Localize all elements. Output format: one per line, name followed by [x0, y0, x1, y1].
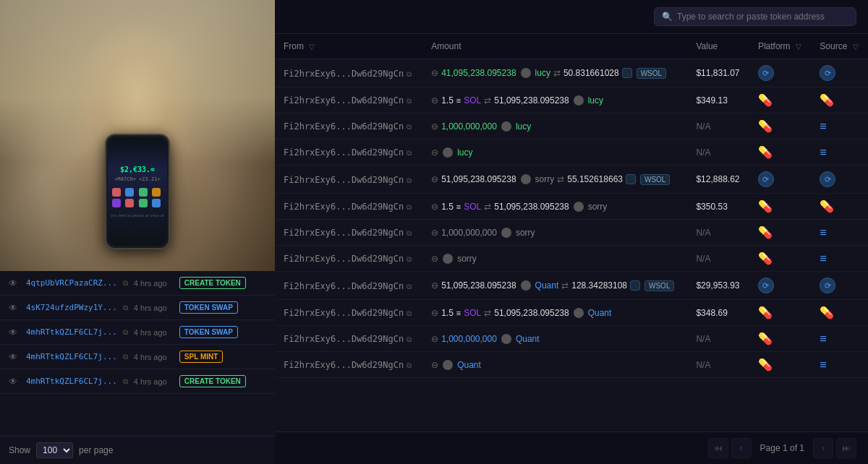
tx-badge-4: SPL MINT	[179, 351, 223, 363]
copy-addr-icon[interactable]: ⧉	[407, 255, 412, 263]
amount-cell: ⊖ 51,095,238.095238 Quant ⇄ 128.34283108…	[431, 280, 678, 291]
tx-badge-2: TOKEN SWAP	[179, 301, 238, 314]
search-bar: 🔍	[275, 0, 868, 34]
copy-addr-icon[interactable]: ⧉	[407, 203, 412, 211]
swap-arrow-icon: ⇄	[484, 308, 491, 318]
tx-row-5[interactable]: 👁 4mhRTtkQZLF6CL7j... ⧉ 4 hrs ago CREATE…	[0, 369, 275, 394]
per-page-select[interactable]: 100 50 25	[36, 442, 73, 458]
eye-icon-5[interactable]: 👁	[9, 377, 20, 387]
from-addr[interactable]: Fi2hrxExy6...Dw6d29NgCn	[284, 121, 404, 132]
from-addr[interactable]: Fi2hrxExy6...Dw6d29NgCn	[284, 308, 404, 318]
value-cell: $350.53	[687, 194, 749, 220]
tx-hash-2[interactable]: 4sK724ufzdPWzy1Y...	[26, 303, 117, 312]
filter-from-icon[interactable]: ▽	[309, 43, 315, 51]
first-page-button[interactable]: ⏮	[708, 438, 728, 458]
platform-capsule-icon: 💊	[758, 332, 773, 345]
copy-addr-icon[interactable]: ⧉	[407, 176, 412, 184]
copy-addr-icon[interactable]: ⧉	[407, 97, 412, 105]
prev-page-button[interactable]: ‹	[731, 438, 752, 458]
platform-capsule-icon: 💊	[758, 146, 773, 158]
last-page-button[interactable]: ⏭	[836, 438, 856, 458]
copy-icon-1[interactable]: ⧉	[123, 279, 128, 288]
copy-icon-2[interactable]: ⧉	[123, 304, 128, 312]
value-cell: $349.13	[687, 87, 749, 113]
source-stack-icon: ≡	[820, 226, 826, 239]
col-value: Value	[687, 34, 749, 59]
right-panel: 🔍 From ▽ Amount Value	[275, 0, 868, 464]
from-addr[interactable]: Fi2hrxExy6...Dw6d29NgCn	[284, 95, 404, 106]
col-source: Source ▽	[811, 34, 868, 59]
value-cell: $348.69	[687, 300, 749, 326]
token-icon	[574, 308, 584, 318]
eye-icon-2[interactable]: 👁	[9, 303, 20, 313]
copy-addr-icon[interactable]: ⧉	[407, 229, 412, 237]
na-cell: N/A	[687, 246, 749, 272]
eye-icon-4[interactable]: 👁	[9, 352, 20, 362]
from-addr[interactable]: Fi2hrxExy6...Dw6d29NgCn	[284, 202, 404, 212]
from-addr[interactable]: Fi2hrxExy6...Dw6d29NgCn	[284, 360, 404, 370]
copy-icon-5[interactable]: ⧉	[123, 377, 128, 386]
tx-badge-3: TOKEN SWAP	[179, 326, 238, 338]
transaction-list: 👁 4qtpUbVRCPazaCRZ... ⧉ 4 hrs ago CREATE…	[0, 271, 275, 436]
copy-icon-3[interactable]: ⧉	[123, 328, 128, 337]
amount-cell: ⊖ 1,000,000,000 lucy	[431, 121, 678, 132]
col-platform: Platform ▽	[749, 34, 811, 59]
phone-bottom-text: you feel at peace at once at	[111, 213, 164, 218]
wsol-badge: WSOL	[644, 280, 674, 291]
platform-capsule-icon: 💊	[758, 120, 773, 132]
phone-mockup: $2,€33.= +MATCH+ +23.21+ you feel at pea…	[105, 134, 170, 249]
from-addr[interactable]: Fi2hrxExy6...Dw6d29NgCn	[284, 254, 404, 264]
token-icon	[521, 280, 531, 291]
tx-hash-3[interactable]: 4mhRTtkQZLF6CL7j...	[26, 327, 117, 337]
value-cell: $29,953.93	[687, 272, 749, 300]
from-addr[interactable]: Fi2hrxExy6...Dw6d29NgCn	[284, 281, 404, 291]
copy-addr-icon[interactable]: ⧉	[407, 335, 412, 343]
swap-arrow-icon: ⇄	[561, 280, 569, 291]
source-stack-icon: ≡	[820, 146, 826, 158]
tx-hash-5[interactable]: 4mhRTtkQZLF6CL7j...	[26, 377, 117, 386]
next-page-button[interactable]: ›	[813, 438, 833, 458]
tx-row-2[interactable]: 👁 4sK724ufzdPWzy1Y... ⧉ 4 hrs ago TOKEN …	[0, 296, 275, 320]
amount-cell: ⊖ 1.5 ≡ SOL ⇄ 51,095,238.095238 lucy	[431, 95, 678, 106]
token-icon	[443, 360, 453, 370]
filter-platform-icon[interactable]: ▽	[796, 43, 801, 51]
from-addr[interactable]: Fi2hrxExy6...Dw6d29NgCn	[284, 228, 404, 238]
from-addr[interactable]: Fi2hrxExy6...Dw6d29NgCn	[284, 334, 404, 344]
amount-cell: ⊖ 41,095,238.095238 lucy ⇄ 50.831661028 …	[431, 68, 678, 79]
copy-icon-4[interactable]: ⧉	[123, 353, 128, 361]
copy-addr-icon[interactable]: ⧉	[407, 283, 412, 291]
filter-source-icon[interactable]: ▽	[853, 43, 859, 51]
tx-row-1[interactable]: 👁 4qtpUbVRCPazaCRZ... ⧉ 4 hrs ago CREATE…	[0, 271, 275, 296]
tx-time-3: 4 hrs ago	[134, 328, 174, 337]
token-icon	[501, 121, 511, 132]
copy-addr-icon[interactable]: ⧉	[407, 309, 412, 317]
from-addr[interactable]: Fi2hrxExy6...Dw6d29NgCn	[284, 175, 404, 185]
tx-time-5: 4 hrs ago	[134, 377, 174, 386]
from-addr[interactable]: Fi2hrxExy6...Dw6d29NgCn	[284, 147, 404, 158]
tx-time-2: 4 hrs ago	[134, 304, 174, 312]
from-addr[interactable]: Fi2hrxExy6...Dw6d29NgCn	[284, 69, 404, 79]
tx-hash-4[interactable]: 4mhRTtkQZLF6CL7j...	[26, 352, 117, 361]
eye-icon-1[interactable]: 👁	[9, 278, 20, 288]
swap-arrow-icon: ⇄	[553, 68, 561, 78]
tx-hash-1[interactable]: 4qtpUbVRCPazaCRZ...	[26, 278, 117, 288]
search-input[interactable]	[677, 12, 848, 22]
token-icon	[443, 147, 453, 158]
copy-addr-icon[interactable]: ⧉	[407, 149, 412, 157]
token-icon	[521, 174, 531, 184]
copy-addr-icon[interactable]: ⧉	[407, 361, 412, 369]
copy-addr-icon[interactable]: ⧉	[407, 70, 412, 78]
source-raydium-icon: ⟳	[820, 65, 835, 81]
table-row: Fi2hrxExy6...Dw6d29NgCn ⧉ ⊖ Quant N/A 💊 …	[275, 352, 868, 378]
platform-capsule-icon: 💊	[758, 358, 773, 371]
source-capsule-icon: 💊	[820, 306, 834, 319]
thumbnail-image: $2,€33.= +MATCH+ +23.21+ you feel at pea…	[0, 0, 275, 271]
tx-row-3[interactable]: 👁 4mhRTtkQZLF6CL7j... ⧉ 4 hrs ago TOKEN …	[0, 320, 275, 345]
tx-row-4[interactable]: 👁 4mhRTtkQZLF6CL7j... ⧉ 4 hrs ago SPL MI…	[0, 345, 275, 369]
table-row: Fi2hrxExy6...Dw6d29NgCn ⧉ ⊖ 1.5 ≡ SOL ⇄ …	[275, 194, 868, 220]
platform-raydium-icon: ⟳	[758, 65, 774, 81]
source-raydium-icon: ⟳	[820, 278, 835, 293]
copy-addr-icon[interactable]: ⧉	[407, 123, 412, 131]
eye-icon-3[interactable]: 👁	[9, 327, 20, 338]
phone-sub-text: +MATCH+ +23.21+	[114, 176, 160, 182]
